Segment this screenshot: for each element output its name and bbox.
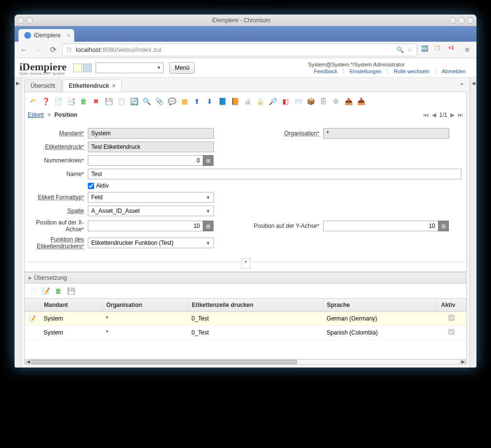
prev-record-icon[interactable]: ◀ xyxy=(432,112,436,118)
zoom-across-icon[interactable]: 🔎 xyxy=(267,96,278,107)
browser-tab[interactable]: iDempiere × xyxy=(18,29,74,42)
report-icon[interactable]: 📘 xyxy=(217,96,228,107)
field-nummernkreis[interactable] xyxy=(88,155,203,166)
product-info-icon[interactable]: 📦 xyxy=(305,96,316,107)
calculator-icon[interactable]: ⊞ xyxy=(203,221,213,231)
label-nummernkreis: Nummernkreis xyxy=(30,157,88,164)
change-role-link[interactable]: Rolle wechseln xyxy=(388,68,436,74)
col-aktiv[interactable]: Aktiv xyxy=(437,299,466,312)
col-organisation[interactable]: Organisation xyxy=(102,299,188,312)
print-icon[interactable]: 🖨 xyxy=(242,96,253,107)
back-button[interactable]: ← xyxy=(18,45,29,55)
attachment-icon[interactable]: 📎 xyxy=(154,96,164,107)
help-icon[interactable]: ❓ xyxy=(40,96,51,107)
label-formattyp: Etikett Formattyp xyxy=(30,194,88,201)
subtab-header[interactable]: ▶ Übersetzung xyxy=(24,272,467,284)
close-window-button[interactable] xyxy=(467,17,474,24)
tab-etikettendruck[interactable]: Etikettendruck× xyxy=(63,80,122,92)
gplus-extension-icon[interactable]: +1 xyxy=(448,45,458,55)
save-new-icon[interactable]: 📋 xyxy=(116,96,127,107)
delete-selection-icon[interactable]: ✖ xyxy=(91,96,101,107)
process-icon[interactable]: ⚙ xyxy=(330,96,341,107)
table-row[interactable]: System * 0_Test Spanish (Colombia) xyxy=(25,325,466,339)
maximize-button[interactable] xyxy=(458,17,465,24)
logout-link[interactable]: Abmelden xyxy=(436,68,472,74)
extension-icon[interactable]: ❐ xyxy=(435,45,444,55)
find-icon[interactable]: 🔍 xyxy=(141,96,152,107)
import-icon[interactable]: 📥 xyxy=(356,96,366,107)
field-organisation xyxy=(323,128,449,139)
sub-edit-icon[interactable]: 📝 xyxy=(40,286,51,296)
last-record-icon[interactable]: ⏭ xyxy=(458,112,463,118)
close-tab-icon[interactable]: × xyxy=(67,32,70,38)
col-mandant[interactable]: Mandant xyxy=(40,299,102,312)
open-window-icon[interactable] xyxy=(83,64,92,72)
archive-icon[interactable]: 📙 xyxy=(229,96,240,107)
detail-record-icon[interactable]: ⬇ xyxy=(204,96,215,107)
sub-new-icon[interactable]: 📄 xyxy=(28,286,38,296)
calculator-icon[interactable]: ⊞ xyxy=(203,155,213,166)
window-menu-icon[interactable] xyxy=(17,17,24,24)
close-tab-icon[interactable]: × xyxy=(112,82,115,89)
calculator-icon[interactable]: ⊞ xyxy=(438,221,449,231)
copy-icon[interactable]: 📑 xyxy=(65,96,76,107)
field-spalte[interactable]: A_Asset_ID_Asset▼ xyxy=(88,206,214,216)
zoom-icon[interactable]: 🔍 xyxy=(396,46,404,53)
chat-icon[interactable]: 💬 xyxy=(166,96,177,107)
checkbox-aktiv[interactable]: Aktiv xyxy=(88,182,109,189)
feedback-link[interactable]: Feedback xyxy=(308,68,344,74)
field-posx[interactable] xyxy=(88,221,203,231)
lock-icon[interactable]: 🔒 xyxy=(255,96,265,107)
field-name[interactable] xyxy=(88,169,461,179)
menu-button[interactable]: Menü xyxy=(169,62,195,74)
reload-button[interactable]: ⟳ xyxy=(48,45,58,55)
next-record-icon[interactable]: ▶ xyxy=(450,112,455,118)
user-context: System@System.*/System Administrator xyxy=(308,62,472,67)
window-pin-icon[interactable] xyxy=(26,17,33,24)
translate-extension-icon[interactable]: 🔤 xyxy=(421,45,431,55)
scroll-thumb[interactable] xyxy=(32,360,297,364)
scroll-right-icon[interactable]: ▶ xyxy=(459,360,466,364)
minimize-button[interactable] xyxy=(449,17,456,24)
col-sprache[interactable]: Sprache xyxy=(323,299,437,312)
browser-menu-icon[interactable]: ≡ xyxy=(462,45,473,55)
col-zeile[interactable]: Etikettenzeile drucken xyxy=(188,299,323,312)
table-row[interactable]: 📝 System * 0_Test German (Germany) xyxy=(25,311,466,325)
refresh-icon[interactable]: 🔄 xyxy=(129,96,139,107)
delete-icon[interactable]: 🗑 xyxy=(78,96,89,107)
aktiv-checkbox xyxy=(448,315,455,321)
address-bar[interactable]: 🗋 localhost:8080/webui/index.zul 🔍 ☆ xyxy=(62,44,417,56)
bookmark-star-icon[interactable]: ☆ xyxy=(407,46,413,53)
parent-record-icon[interactable]: ⬆ xyxy=(192,96,202,107)
active-workflow-icon[interactable]: ◧ xyxy=(280,96,291,107)
export-icon[interactable]: 📤 xyxy=(343,96,354,107)
save-icon[interactable]: 💾 xyxy=(103,96,114,107)
tab-overview[interactable]: Übersicht xyxy=(24,80,62,92)
panel-splitter[interactable]: ▾ xyxy=(28,262,463,269)
breadcrumb-root[interactable]: Etikett xyxy=(28,112,44,118)
expand-east-panel[interactable]: ◀ xyxy=(470,78,476,368)
sub-save-icon[interactable]: 💾 xyxy=(65,286,76,296)
forward-button[interactable]: → xyxy=(33,45,44,55)
new-icon[interactable]: 📄 xyxy=(53,96,64,107)
archive-doc-icon[interactable]: 🗄 xyxy=(318,96,328,107)
grid-toggle-icon[interactable]: ▦ xyxy=(179,96,190,107)
first-record-icon[interactable]: ⏮ xyxy=(423,112,429,118)
record-pager: ⏮ ◀ 1/1 ▶ ⏭ xyxy=(423,112,463,118)
horizontal-scrollbar[interactable]: ◀ ▶ xyxy=(24,360,467,365)
app-header: iDempiere Open Source ERP System ▼ Menü … xyxy=(15,58,476,78)
sub-delete-icon[interactable]: 🗑 xyxy=(53,286,64,296)
field-formattyp[interactable]: Feld▼ xyxy=(88,192,214,203)
expand-west-panel[interactable]: ▶ xyxy=(15,78,21,368)
current-row-icon: 📝 xyxy=(25,311,40,325)
field-funktion[interactable]: Etikettendrucker Funktion (Test)▼ xyxy=(88,238,214,248)
undo-icon[interactable]: ↶ xyxy=(28,96,38,107)
field-posy[interactable] xyxy=(323,221,439,231)
new-record-icon[interactable] xyxy=(73,64,82,72)
global-search-input[interactable]: ▼ xyxy=(96,63,164,73)
settings-link[interactable]: Einstellungen xyxy=(344,68,388,74)
collapse-tabs-icon[interactable]: ⌃ xyxy=(457,82,467,90)
label-organisation: Organisation xyxy=(246,130,323,137)
requests-icon[interactable]: 📨 xyxy=(293,96,303,107)
scroll-left-icon[interactable]: ◀ xyxy=(25,360,32,364)
